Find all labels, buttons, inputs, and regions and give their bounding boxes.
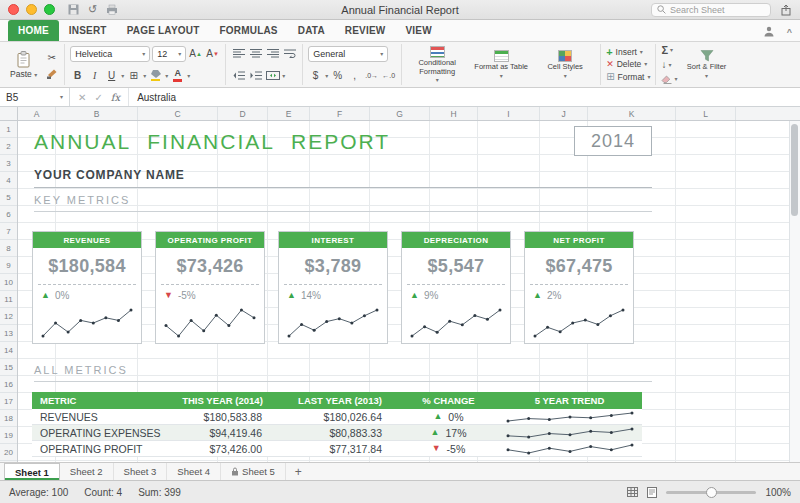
row-header-7[interactable]: 7 — [0, 223, 17, 240]
row-header-13[interactable]: 13 — [0, 325, 17, 342]
insert-function-icon[interactable]: fx — [111, 92, 120, 103]
column-header-G[interactable]: G — [370, 107, 430, 120]
align-left-icon[interactable] — [231, 46, 246, 61]
undo-icon[interactable]: ↺ — [88, 3, 97, 16]
clear-button[interactable]: ▾ — [661, 73, 677, 86]
name-box[interactable]: B5▾ — [0, 88, 70, 106]
row-header-5[interactable]: 5 — [0, 189, 17, 206]
increase-decimal-icon[interactable]: .0→ — [364, 68, 379, 83]
align-center-icon[interactable] — [248, 46, 263, 61]
bold-button[interactable]: B — [70, 68, 85, 83]
format-button[interactable]: ⊞ Format▾ — [606, 71, 650, 83]
ribbon-tab-view[interactable]: VIEW — [395, 20, 441, 41]
row-header-4[interactable]: 4 — [0, 172, 17, 189]
font-size-select[interactable]: 12▾ — [152, 46, 186, 62]
autosum-button[interactable]: Σ▾ — [661, 44, 677, 57]
row-header-11[interactable]: 11 — [0, 291, 17, 308]
font-family-select[interactable]: Helvetica▾ — [70, 46, 150, 62]
row-header-12[interactable]: 12 — [0, 308, 17, 325]
decrease-font-icon[interactable]: A▼ — [205, 47, 220, 62]
column-header-I[interactable]: I — [478, 107, 540, 120]
row-header-10[interactable]: 10 — [0, 274, 17, 291]
sort-filter-button[interactable]: Sort & Filter ▾ — [682, 50, 732, 79]
ribbon-tab-home[interactable]: HOME — [8, 20, 59, 41]
ribbon-tab-data[interactable]: DATA — [288, 20, 335, 41]
align-right-icon[interactable] — [265, 46, 280, 61]
format-painter-icon[interactable] — [47, 69, 57, 79]
sheet-tab-5[interactable]: Sheet 5 — [221, 463, 286, 480]
close-button[interactable] — [8, 4, 19, 15]
increase-indent-icon[interactable] — [248, 68, 263, 83]
paste-button[interactable]: Paste ▾ — [7, 51, 40, 79]
borders-icon[interactable]: ⊞ — [126, 68, 141, 83]
zoom-slider-thumb[interactable] — [706, 487, 717, 498]
sheet-tab-4[interactable]: Sheet 4 — [167, 463, 221, 480]
add-sheet-button[interactable]: + — [286, 463, 311, 480]
fill-button[interactable]: ↓▾ — [661, 58, 677, 71]
scrollbar-thumb[interactable] — [791, 124, 798, 216]
format-as-table-button[interactable]: Format as Table ▾ — [471, 50, 531, 79]
normal-view-icon[interactable] — [627, 487, 638, 497]
formula-input[interactable]: Australia — [129, 92, 176, 103]
sheet-tab-1[interactable]: Sheet 1 — [4, 463, 60, 480]
wrap-text-icon[interactable] — [282, 46, 297, 61]
search-input[interactable]: Search Sheet — [651, 3, 771, 17]
vertical-scrollbar[interactable] — [789, 121, 800, 462]
column-header-H[interactable]: H — [430, 107, 478, 120]
column-header-B[interactable]: B — [56, 107, 138, 120]
row-header-14[interactable]: 14 — [0, 342, 17, 359]
collaborate-icon[interactable] — [763, 26, 775, 37]
row-header-6[interactable]: 6 — [0, 206, 17, 223]
share-icon[interactable] — [780, 4, 792, 16]
cut-icon[interactable]: ✂ — [44, 50, 59, 65]
delete-button[interactable]: ✕ Delete▾ — [606, 58, 650, 70]
fill-color-icon[interactable] — [148, 68, 163, 83]
italic-button[interactable]: I — [87, 68, 102, 83]
metric-card-depreciation[interactable]: DEPRECIATION $5,547 ▲9% — [401, 231, 511, 344]
conditional-formatting-button[interactable]: Conditional Formatting ▾ — [407, 46, 467, 83]
row-header-17[interactable]: 17 — [0, 393, 17, 410]
collapse-ribbon-icon[interactable]: ^ — [787, 27, 792, 37]
column-header-J[interactable]: J — [540, 107, 588, 120]
metric-card-net-profit[interactable]: NET PROFIT $67,475 ▲2% — [524, 231, 634, 344]
decrease-decimal-icon[interactable]: ←.0 — [381, 68, 396, 83]
row-header-18[interactable]: 18 — [0, 410, 17, 427]
font-color-icon[interactable]: A — [170, 68, 185, 83]
row-header-19[interactable]: 19 — [0, 427, 17, 444]
metric-card-revenues[interactable]: REVENUES $180,584 ▲0% — [32, 231, 142, 344]
column-header-E[interactable]: E — [268, 107, 310, 120]
select-all-corner[interactable] — [0, 107, 18, 120]
enter-icon[interactable]: ✓ — [94, 92, 102, 103]
print-icon[interactable] — [106, 4, 118, 15]
metric-card-operating-profit[interactable]: OPERATING PROFIT $73,426 ▼-5% — [155, 231, 265, 344]
table-row[interactable]: OPERATING EXPENSES $94,419.46 $80,883.33… — [32, 425, 642, 441]
number-format-select[interactable]: General▾ — [308, 46, 388, 62]
insert-button[interactable]: + Insert▾ — [606, 46, 650, 58]
column-header-A[interactable]: A — [18, 107, 56, 120]
zoom-slider[interactable] — [666, 491, 756, 494]
fullscreen-button[interactable] — [44, 4, 55, 15]
sheet-canvas[interactable]: ANNUAL FINANCIAL REPORT 2014 YOUR COMPAN… — [18, 121, 800, 462]
increase-font-icon[interactable]: A▲ — [188, 47, 203, 62]
row-header-2[interactable]: 2 — [0, 138, 17, 155]
metric-card-interest[interactable]: INTEREST $3,789 ▲14% — [278, 231, 388, 344]
row-header-16[interactable]: 16 — [0, 376, 17, 393]
comma-format-icon[interactable]: , — [347, 68, 362, 83]
page-layout-view-icon[interactable] — [647, 487, 657, 498]
column-header-C[interactable]: C — [138, 107, 218, 120]
ribbon-tab-review[interactable]: REVIEW — [335, 20, 396, 41]
ribbon-tab-page-layout[interactable]: PAGE LAYOUT — [117, 20, 210, 41]
ribbon-tab-insert[interactable]: INSERT — [59, 20, 117, 41]
sheet-tab-2[interactable]: Sheet 2 — [60, 463, 114, 480]
row-header-1[interactable]: 1 — [0, 121, 17, 138]
underline-button[interactable]: U — [104, 68, 119, 83]
row-header-9[interactable]: 9 — [0, 257, 17, 274]
row-header-3[interactable]: 3 — [0, 155, 17, 172]
percent-format-icon[interactable]: % — [330, 68, 345, 83]
sheet-tab-3[interactable]: Sheet 3 — [114, 463, 168, 480]
save-icon[interactable] — [68, 4, 79, 15]
merge-center-icon[interactable] — [265, 68, 280, 83]
cancel-icon[interactable]: ✕ — [78, 92, 86, 103]
ribbon-tab-formulas[interactable]: FORMULAS — [209, 20, 287, 41]
column-header-F[interactable]: F — [310, 107, 370, 120]
